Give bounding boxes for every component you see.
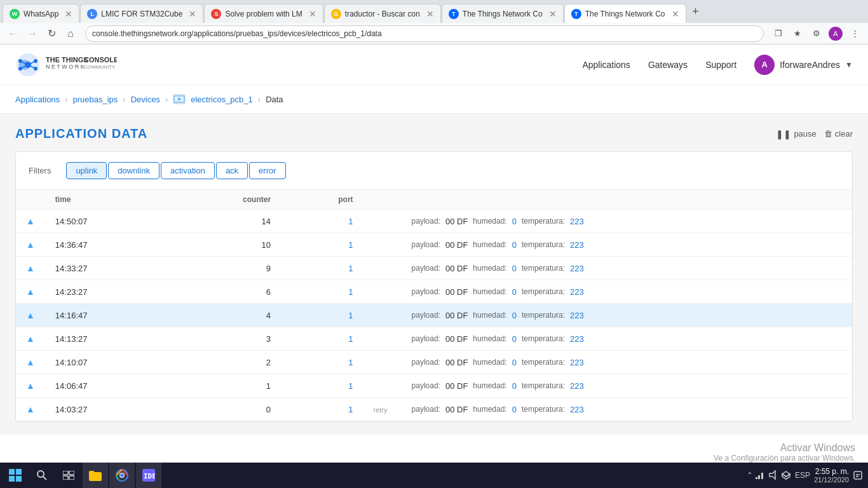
- humedad-value: 0: [512, 311, 517, 320]
- browser-tab-lmic[interactable]: L LMIC FOR STM32Cube ✕: [80, 4, 203, 23]
- row-arrow-cell: ▲: [16, 398, 45, 421]
- up-arrow-icon: ▲: [26, 287, 35, 297]
- breadcrumb-sep-1: ›: [65, 95, 67, 104]
- tab-close-icon[interactable]: ✕: [65, 9, 72, 19]
- tab-close-icon[interactable]: ✕: [309, 9, 316, 19]
- browser-tab-ttn2[interactable]: T The Things Network Co ✕: [564, 4, 686, 23]
- ide-taskbar-icon[interactable]: IDE: [136, 463, 161, 488]
- payload-cell: payload: 00 DF humedad: 0 temperatura: 2…: [402, 398, 852, 421]
- humedad-value: 0: [512, 358, 517, 367]
- payload-row: payload: 00 DF humedad: 0 temperatura: 2…: [412, 334, 842, 344]
- nav-support[interactable]: Support: [705, 60, 736, 70]
- breadcrumb-applications[interactable]: Applications: [15, 95, 60, 104]
- payload-cell: payload: 00 DF humedad: 0 temperatura: 2…: [402, 280, 852, 304]
- browser-chrome: W WhatsApp ✕ L LMIC FOR STM32Cube ✕ S So…: [0, 0, 868, 44]
- table-row: ▲ 14:23:27 6 1 payload: 00 DF humedad: 0…: [16, 280, 852, 304]
- address-bar[interactable]: console.thethingsnetwork.org/application…: [85, 25, 764, 42]
- logo-area: THE THINGS N E T W O R K CONSOLE COMMUNI…: [15, 52, 117, 78]
- payload-cell: payload: 00 DF humedad: 0 temperatura: 2…: [402, 257, 852, 280]
- temp-key: temperatura:: [522, 311, 565, 320]
- breadcrumb-app-name[interactable]: pruebas_ips: [72, 95, 118, 104]
- tab-close-icon[interactable]: ✕: [426, 9, 434, 19]
- browser-tab-solve[interactable]: S Solve problem with LM ✕: [204, 4, 323, 23]
- extensions-icon[interactable]: ⚙: [808, 25, 825, 42]
- clock-time: 2:55 p. m.: [814, 467, 849, 476]
- bookmark-icon[interactable]: ★: [789, 25, 806, 42]
- col-port: port: [281, 190, 363, 210]
- start-button[interactable]: [3, 463, 28, 488]
- back-button[interactable]: ←: [5, 25, 22, 42]
- breadcrumb-current: Data: [266, 95, 283, 104]
- nav-gateways[interactable]: Gateways: [648, 60, 688, 70]
- payload-label: payload:: [412, 381, 440, 390]
- svg-text:IDE: IDE: [144, 472, 155, 480]
- payload-cell: payload: 00 DF humedad: 0 temperatura: 2…: [402, 327, 852, 351]
- payload-cell: payload: 00 DF humedad: 0 temperatura: 2…: [402, 233, 852, 257]
- nav-applications[interactable]: Applications: [582, 60, 630, 70]
- col-arrow: [16, 190, 45, 210]
- task-view-icon: [63, 471, 74, 480]
- home-button[interactable]: ⌂: [62, 25, 79, 42]
- refresh-button[interactable]: ↻: [43, 25, 60, 42]
- filter-tab-ack[interactable]: ack: [216, 162, 248, 179]
- section-header: APPLICATION DATA ❚❚ pause 🗑 clear: [15, 126, 853, 141]
- menu-icon[interactable]: ⋮: [846, 25, 863, 42]
- row-arrow-cell: ▲: [16, 327, 45, 351]
- humedad-key: humedad:: [473, 240, 506, 249]
- payload-row: payload: 00 DF humedad: 0 temperatura: 2…: [412, 217, 842, 226]
- browser-tab-traductor[interactable]: G traductor - Buscar con ✕: [324, 4, 441, 23]
- language-indicator[interactable]: ESP: [795, 471, 810, 480]
- tab-close-icon[interactable]: ✕: [189, 9, 196, 19]
- task-view-button[interactable]: [56, 463, 81, 488]
- svg-rect-38: [854, 471, 862, 479]
- up-arrow-icon: ▲: [26, 216, 35, 226]
- filter-tab-downlink[interactable]: downlink: [108, 162, 159, 179]
- filter-tab-uplink[interactable]: uplink: [66, 162, 107, 179]
- filter-tab-error[interactable]: error: [249, 162, 285, 179]
- pause-button[interactable]: ❚❚ pause: [776, 129, 816, 139]
- pause-icon: ❚❚: [776, 129, 791, 139]
- humedad-value: 0: [512, 217, 517, 226]
- temp-value: 223: [570, 240, 584, 250]
- search-button[interactable]: [29, 463, 55, 488]
- screen-share-icon[interactable]: ❐: [770, 25, 787, 42]
- retry-cell: retry: [363, 398, 402, 421]
- payload-label: payload:: [412, 358, 440, 367]
- profile-icon[interactable]: A: [827, 25, 844, 42]
- svg-rect-23: [63, 471, 68, 475]
- svg-rect-25: [63, 476, 68, 480]
- browser-tab-whatsapp[interactable]: W WhatsApp ✕: [3, 4, 79, 23]
- payload-value: 00 DF: [445, 405, 468, 414]
- time-cell: 14:10:07: [45, 351, 168, 374]
- browser-tab-ttn1[interactable]: T The Things Network Co ✕: [442, 4, 564, 23]
- file-explorer-icon[interactable]: [83, 463, 108, 488]
- table-row: ▲ 14:10:07 2 1 payload: 00 DF humedad: 0…: [16, 351, 852, 374]
- breadcrumb-devices[interactable]: Devices: [131, 95, 160, 104]
- filter-tabs: uplinkdownlinkactivationackerror: [66, 162, 285, 179]
- time-cell: 14:03:27: [45, 398, 168, 421]
- tab-favicon: T: [571, 9, 581, 19]
- notification-icon[interactable]: [853, 470, 863, 480]
- port-cell: 1: [281, 327, 363, 351]
- new-tab-button[interactable]: +: [687, 3, 705, 20]
- temp-value: 223: [570, 381, 584, 391]
- filter-tab-activation[interactable]: activation: [161, 162, 215, 179]
- table-row: ▲ 14:06:47 1 1 payload: 00 DF humedad: 0…: [16, 374, 852, 398]
- svg-text:COMMUNITY EDITION: COMMUNITY EDITION: [84, 64, 117, 70]
- clear-button[interactable]: 🗑 clear: [824, 129, 853, 139]
- counter-cell: 2: [168, 351, 281, 374]
- clock-date: 21/12/2020: [814, 476, 849, 484]
- svg-line-22: [43, 477, 46, 480]
- port-cell: 1: [281, 374, 363, 398]
- user-area[interactable]: A IforwareAndres ▼: [754, 55, 853, 75]
- payload-row: payload: 00 DF humedad: 0 temperatura: 2…: [412, 264, 842, 273]
- breadcrumb-device-name[interactable]: electricos_pcb_1: [191, 95, 253, 104]
- ttn-logo: THE THINGS N E T W O R K CONSOLE COMMUNI…: [15, 52, 117, 78]
- tray-arrow[interactable]: ⌃: [747, 471, 753, 480]
- network-icon: [756, 470, 766, 480]
- chrome-taskbar-icon[interactable]: [109, 463, 135, 488]
- port-cell: 1: [281, 351, 363, 374]
- tab-close-icon[interactable]: ✕: [672, 9, 679, 19]
- tab-close-icon[interactable]: ✕: [549, 9, 557, 19]
- forward-button[interactable]: →: [24, 25, 41, 42]
